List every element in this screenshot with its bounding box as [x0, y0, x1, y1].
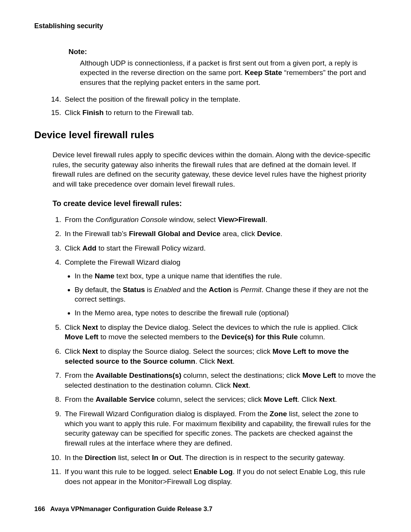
text: From the: [65, 395, 96, 403]
text: to return to the Firewall tab.: [104, 109, 194, 117]
page-number: 166: [34, 505, 45, 513]
list-item-14: Select the position of the firewall poli…: [63, 94, 377, 104]
text: The Firewall Wizard Configuration dialog…: [65, 410, 270, 418]
text-bold: Enable Log: [194, 468, 233, 476]
text: column, select the services; click: [155, 395, 264, 403]
text-bold: Next: [233, 381, 248, 389]
text: If you want this rule to be logged. sele…: [65, 468, 194, 476]
text: In the Memo area, type notes to describe…: [75, 309, 289, 317]
text: In the Firewall tab’s: [65, 230, 129, 238]
text: column, select the destinations; click: [182, 371, 303, 379]
text: Click: [65, 109, 82, 117]
sub-heading: To create device level firewall rules:: [53, 198, 377, 209]
text: is: [231, 286, 241, 294]
note-text-bold: Keep State: [245, 69, 282, 77]
step-9: The Firewall Wizard Configuration dialog…: [63, 409, 377, 448]
text-bold: Next: [319, 395, 335, 403]
step-7: From the Available Destinations(s) colum…: [63, 371, 377, 390]
section-heading: Device level firewall rules: [34, 128, 377, 142]
bullet-item: In the Memo area, type notes to describe…: [75, 308, 377, 318]
text: Complete the Firewall Wizard dialog: [65, 258, 180, 266]
text-bold: Available Service: [96, 395, 155, 403]
step-11: If you want this rule to be logged. sele…: [63, 467, 377, 486]
text: list, select: [116, 454, 152, 462]
text: is: [145, 286, 154, 294]
step-3: Click Add to start the Firewall Policy w…: [63, 243, 377, 253]
text-bold: Name: [95, 272, 115, 280]
text: to move the selected members to the: [99, 333, 221, 341]
running-header: Establishing security: [34, 22, 377, 30]
text-bold: Move Left: [302, 371, 336, 379]
text: .: [249, 381, 250, 389]
text: .: [233, 357, 234, 365]
text-bold: Firewall Global and Device: [129, 230, 221, 238]
text: In the: [75, 272, 95, 280]
step-4-bullets: In the Name text box, type a unique name…: [65, 271, 377, 318]
text: .: [280, 230, 282, 238]
text: text box, type a unique name that identi…: [115, 272, 282, 280]
text: and the: [181, 286, 209, 294]
text: . The direction is in respect to the sec…: [181, 454, 345, 462]
step-1: From the Configuration Console window, s…: [63, 215, 377, 225]
text-italic: Enabled: [154, 286, 181, 294]
bullet-item: In the Name text box, type a unique name…: [75, 271, 377, 281]
step-5: Click Next to display the Device dialog.…: [63, 323, 377, 342]
text: .: [335, 395, 337, 403]
step-10: In the Direction list, select In or Out.…: [63, 453, 377, 463]
text: window, select: [167, 216, 218, 224]
step-8: From the Available Service column, selec…: [63, 395, 377, 404]
text: area, click: [220, 230, 257, 238]
text-bold: Out: [169, 454, 182, 462]
bullet-item: By default, the Status is Enabled and th…: [75, 285, 377, 304]
text-bold: Status: [123, 286, 145, 294]
text-bold: Next: [82, 347, 98, 355]
text-bold: Available Destinations(s): [96, 371, 181, 379]
text-bold: Direction: [85, 454, 116, 462]
section-intro: Device level firewall rules apply to spe…: [53, 150, 377, 189]
text-italic: Configuration Console: [96, 216, 167, 224]
list-item-15: Click Finish to return to the Firewall t…: [63, 108, 377, 118]
text-bold: Zone: [270, 410, 287, 418]
text-bold: Move Left: [65, 333, 99, 341]
text-bold: Device: [257, 230, 280, 238]
text: to start the Firewall Policy wizard.: [96, 244, 206, 252]
main-content: Note: Although UDP is connectionless, if…: [53, 47, 377, 487]
steps-list: From the Configuration Console window, s…: [53, 215, 377, 487]
text-italic: Permit: [241, 286, 261, 294]
page: Establishing security Note: Although UDP…: [0, 0, 411, 532]
footer-title: Avaya VPNmanager Configuration Guide Rel…: [50, 505, 212, 513]
text-bold: Add: [82, 244, 96, 252]
text: column.: [298, 333, 325, 341]
text: . Click: [298, 395, 319, 403]
text: to display the Source dialog. Select the…: [98, 347, 272, 355]
step-4: Complete the Firewall Wizard dialog In t…: [63, 257, 377, 318]
text-bold: Finish: [82, 109, 104, 117]
note-label: Note:: [68, 47, 377, 57]
text: . Click: [195, 357, 217, 365]
note-block: Note: Although UDP is connectionless, if…: [68, 47, 377, 88]
step-2: In the Firewall tab’s Firewall Global an…: [63, 229, 377, 239]
note-body: Although UDP is connectionless, if a pac…: [80, 58, 377, 88]
text: Click: [65, 347, 82, 355]
text-bold: Device(s) for this Rule: [221, 333, 298, 341]
text-bold: View>Firewall: [218, 216, 265, 224]
text: From the: [65, 216, 96, 224]
text: to display the Device dialog. Select the…: [98, 323, 358, 331]
text: .: [265, 216, 267, 224]
continued-list: Select the position of the firewall poli…: [53, 94, 377, 118]
text: Click: [65, 323, 82, 331]
text-bold: In: [152, 454, 158, 462]
page-footer: 166 Avaya VPNmanager Configuration Guide…: [34, 505, 212, 513]
text-bold: Move Left: [264, 395, 298, 403]
text: By default, the: [75, 286, 123, 294]
text: Select the position of the firewall poli…: [65, 95, 241, 103]
text-bold: Next: [82, 323, 98, 331]
text-bold: Action: [209, 286, 231, 294]
text: From the: [65, 371, 96, 379]
step-6: Click Next to display the Source dialog.…: [63, 347, 377, 366]
text: Click: [65, 244, 82, 252]
text-bold: Next: [217, 357, 233, 365]
text: or: [158, 454, 169, 462]
text: In the: [65, 454, 85, 462]
